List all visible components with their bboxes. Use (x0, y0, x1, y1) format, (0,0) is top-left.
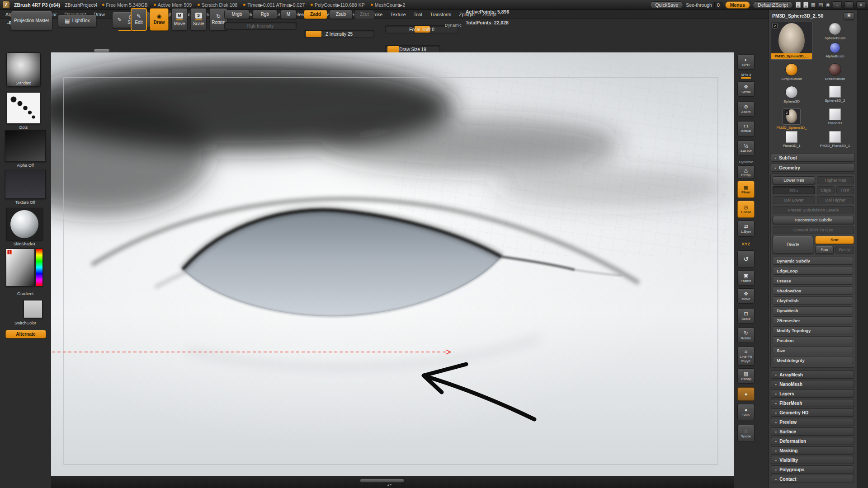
suv-toggle[interactable]: Suv (815, 246, 834, 254)
subsection-position[interactable]: Position (773, 336, 853, 344)
subsection-crease[interactable]: Crease (773, 277, 853, 285)
alpha-selector[interactable]: Alpha Off (5, 130, 46, 168)
transparency-button[interactable]: ▨ Transp (737, 368, 755, 384)
subtool-section-header[interactable]: ● SubTool (771, 154, 855, 162)
zoom-button[interactable]: ⊕ Zoom (737, 101, 755, 117)
section-geometry-hd[interactable]: ●Geometry HD (771, 408, 854, 417)
subsection-edgeloop[interactable]: EdgeLoop (773, 267, 853, 275)
shelf-rotate-button[interactable]: ↻ Rotate (737, 328, 755, 343)
section-surface[interactable]: ●Surface (771, 427, 854, 436)
xpose-button[interactable]: ∴ Xpose (737, 425, 755, 442)
spix-slider[interactable]: SPix 3 (737, 71, 755, 80)
section-deformation[interactable]: ●Deformation (771, 437, 854, 445)
lightbox-button[interactable]: ▤ LightBox (58, 14, 97, 27)
cage-button[interactable]: Cage (817, 186, 835, 194)
geometry-section-header[interactable]: ● Geometry (771, 164, 855, 172)
xyz-axis-button[interactable]: XYZ (737, 239, 755, 248)
tool-item[interactable]: Plane3D_1 (771, 131, 812, 148)
note-doc-icon[interactable] (803, 2, 808, 8)
section-masking[interactable]: ●Masking (771, 446, 854, 455)
tool-item[interactable]: Plane3D (814, 108, 856, 125)
tool-item[interactable]: Sphere3D (771, 86, 812, 103)
minimize-button[interactable]: – (833, 1, 842, 8)
scale-mode-button[interactable]: S Scale (190, 8, 207, 31)
tool-item[interactable]: SphereBrush (814, 23, 856, 40)
lightbox-divider-handle[interactable] (94, 49, 109, 52)
active-tool-thumbnail[interactable]: 2 PM3D_Sphere3D_... (771, 22, 812, 60)
see-through-value[interactable]: 0 (714, 2, 722, 8)
subsection-meshintegrity[interactable]: MeshIntegrity (773, 356, 853, 364)
tool-item[interactable]: SimpleBrush (771, 63, 812, 81)
layout-grid-icon[interactable]: ▦ (811, 2, 816, 7)
divide-button[interactable]: Divide (773, 236, 813, 254)
quicksave-button[interactable]: QuickSave (650, 1, 683, 9)
section-polygroups[interactable]: ●Polygroups (771, 465, 854, 474)
polyframe-button[interactable]: ≡ Line Fill PolyF (737, 347, 755, 366)
section-arraymesh[interactable]: ●ArrayMesh (771, 371, 854, 379)
texture-thumbnail[interactable] (5, 170, 46, 199)
zadd-button[interactable]: Zadd (304, 10, 327, 19)
solo-button[interactable]: ● Solo (737, 404, 755, 420)
subsection-size[interactable]: Size (773, 346, 853, 354)
section-layers[interactable]: ●Layers (771, 389, 854, 398)
gradient-label[interactable]: Gradient (17, 291, 33, 296)
color-picker[interactable]: 1 (6, 249, 43, 286)
tool-item[interactable]: 2 PM3D_Sphere3D_ (771, 108, 812, 130)
layout-panels-icon[interactable]: ▤ (818, 2, 823, 7)
material-thumbnail[interactable] (6, 208, 42, 240)
subsection-dynamic-subdiv[interactable]: Dynamic Subdiv (773, 257, 853, 265)
rstr-button[interactable]: Rstr (836, 186, 854, 194)
restore-config-button[interactable]: R (844, 12, 854, 20)
sdiv-slider[interactable]: SDiv (773, 186, 815, 194)
freeze-subdivision-button[interactable]: Freeze SubDivision Levels (773, 206, 854, 214)
actual-size-button[interactable]: 1:1 Actual (737, 121, 755, 136)
subsection-dynamesh[interactable]: DynaMesh (773, 306, 853, 314)
dynamic-brush-label[interactable]: Dynamic (445, 23, 462, 28)
stroke-thumbnail[interactable] (7, 92, 40, 124)
z-intensity-handle[interactable] (306, 31, 321, 37)
scroll-arrows-icon[interactable]: ▴▾ (387, 483, 392, 487)
canvas-scrollbar[interactable]: ▴▾ (51, 476, 734, 488)
smt-toggle[interactable]: Smt (815, 236, 854, 244)
see-through-control[interactable]: See-through 0 (686, 2, 722, 8)
canvas-scroll-handle[interactable] (360, 479, 404, 483)
zcut-button[interactable]: Zcut (354, 10, 374, 19)
close-button[interactable]: ✕ (856, 1, 865, 8)
floor-grid-button[interactable]: ▦ Floor (737, 181, 755, 198)
default-zscript-button[interactable]: DefaultZScript (753, 1, 793, 9)
del-higher-button[interactable]: Del Higher (817, 196, 854, 204)
switch-color-row[interactable]: SwitchColor (0, 321, 51, 325)
color-saturation-square[interactable]: 1 (6, 249, 35, 286)
lower-res-button[interactable]: Lower Res (773, 176, 815, 184)
switch-color-swatch[interactable] (24, 300, 42, 318)
subsection-claypolish[interactable]: ClayPolish (773, 296, 853, 305)
tool-item[interactable]: EraserBrush (814, 63, 856, 81)
aahalf-button[interactable]: ½ AAHalf (737, 141, 755, 156)
m-button[interactable]: M (280, 10, 297, 19)
tool-item[interactable]: AlphaBrush (814, 42, 856, 58)
projection-master-button[interactable]: Projection Master (11, 11, 52, 31)
rgb-button[interactable]: Rgb (252, 10, 278, 19)
convert-bpr-button[interactable]: Convert BPR To Geo (773, 226, 854, 234)
menu-texture[interactable]: Texture (390, 12, 406, 17)
edit-mode-button[interactable]: ✎ Edit (131, 8, 147, 31)
bpr-button[interactable]: ◐ BPR (737, 54, 755, 70)
ghost-mode-button[interactable]: ● (737, 387, 755, 401)
tool-item[interactable]: PM3D_Plane3D_1 (814, 131, 856, 148)
secondary-color-swatch[interactable] (24, 300, 42, 318)
local-symmetry-button[interactable]: ⇄ L.Sym (737, 221, 755, 237)
menus-button[interactable]: Menus (725, 1, 750, 9)
section-fibermesh[interactable]: ●FiberMesh (771, 399, 854, 407)
subsection-modify-topology[interactable]: Modify Topology (773, 326, 853, 334)
draw-size-handle[interactable] (387, 46, 399, 52)
shelf-scale-button[interactable]: ⊡ Scale (737, 308, 755, 324)
subsection-shadowbox[interactable]: ShadowBox (773, 286, 853, 295)
rgb-intensity-slider[interactable]: Rgb Intensity (224, 22, 297, 30)
subsection-zremesher[interactable]: ZRemesher (773, 316, 853, 324)
sculpt-canvas[interactable] (51, 52, 734, 476)
mrgb-button[interactable]: Mrgb (224, 10, 250, 19)
gradient-row[interactable]: Gradient (0, 291, 51, 296)
reconstruct-subdiv-button[interactable]: Reconstruct Subdiv (773, 216, 854, 224)
hue-strip[interactable] (36, 249, 43, 286)
scroll-button[interactable]: ✥ Scroll (737, 81, 755, 97)
